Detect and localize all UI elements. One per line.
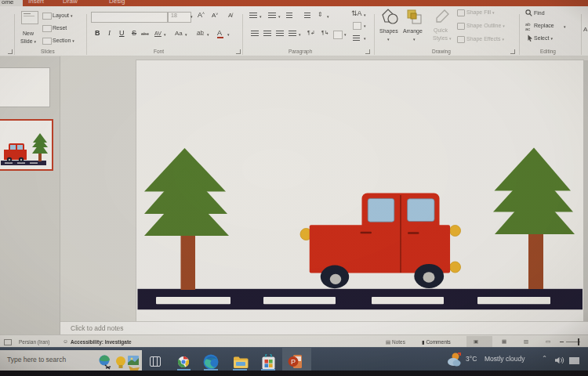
svg-text:P: P: [291, 358, 296, 366]
